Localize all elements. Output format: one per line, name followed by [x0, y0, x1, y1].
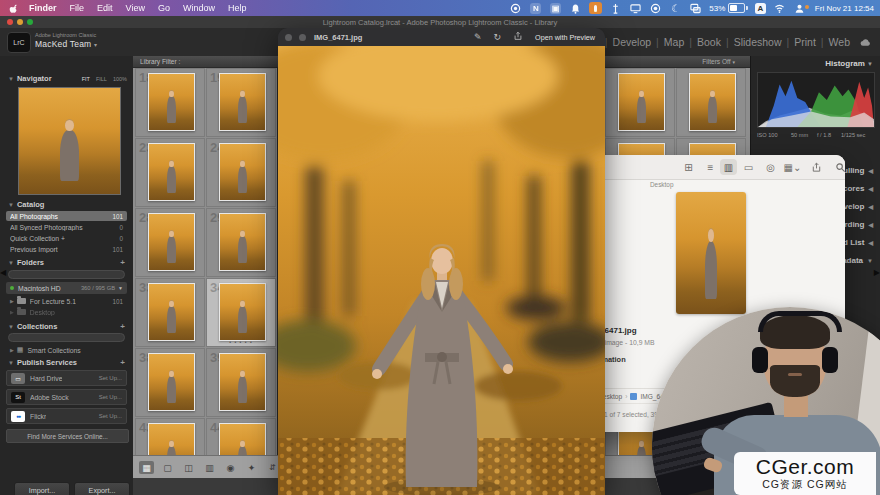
- notes-app-icon[interactable]: N: [529, 2, 542, 14]
- grid-cell[interactable]: 38: [135, 348, 205, 417]
- expand-icon[interactable]: ▶: [10, 298, 14, 304]
- view-grid-icon[interactable]: ⊞: [680, 159, 697, 175]
- add-collection-icon[interactable]: +: [120, 322, 125, 331]
- module-book[interactable]: Book: [697, 36, 721, 48]
- zoom-fit[interactable]: FIT: [82, 76, 90, 82]
- photo-thumbnail[interactable]: [148, 73, 195, 131]
- publish-service-2[interactable]: ●●FlickrSet Up...: [6, 408, 127, 424]
- photo-thumbnail[interactable]: [219, 213, 266, 271]
- filters-off-menu[interactable]: Filters Off ▾: [702, 58, 735, 65]
- module-develop[interactable]: Develop: [613, 36, 652, 48]
- collapse-right-panel-icon[interactable]: ▶: [874, 268, 880, 277]
- navigator-zoom-options[interactable]: FITFILL100%: [82, 76, 127, 82]
- histogram-header[interactable]: Histogram ▼: [825, 59, 873, 68]
- collections-header[interactable]: ▼Collections+: [0, 322, 133, 333]
- photo-thumbnail[interactable]: [219, 73, 266, 131]
- open-with-preview-button[interactable]: Open with Preview: [535, 33, 595, 42]
- camera-dot-icon[interactable]: [509, 2, 522, 14]
- menu-view[interactable]: View: [126, 3, 145, 13]
- do-not-disturb-icon[interactable]: ☾: [669, 2, 682, 14]
- grid-cell[interactable]: 43: [135, 418, 205, 455]
- photo-thumbnail[interactable]: [689, 73, 736, 131]
- zoom-fill[interactable]: FILL: [96, 76, 107, 82]
- wifi-icon[interactable]: [773, 2, 786, 14]
- grid-cell[interactable]: 23: [135, 138, 205, 207]
- zoom-100%[interactable]: 100%: [113, 76, 127, 82]
- share-icon[interactable]: [808, 159, 825, 175]
- menu-edit[interactable]: Edit: [97, 3, 113, 13]
- photo-thumbnail[interactable]: [219, 353, 266, 411]
- view-gallery-icon[interactable]: ▭: [740, 159, 757, 175]
- export-button[interactable]: Export...: [74, 482, 130, 495]
- navigator-preview[interactable]: [18, 87, 121, 195]
- survey-view-icon[interactable]: ▥: [202, 461, 217, 474]
- publish-service-1[interactable]: StAdobe StockSet Up...: [6, 389, 127, 405]
- module-slideshow[interactable]: Slideshow: [734, 36, 782, 48]
- module-web[interactable]: Web: [829, 36, 850, 48]
- compare-view-icon[interactable]: ◫: [181, 461, 196, 474]
- photo-thumbnail[interactable]: [148, 213, 195, 271]
- photo-thumbnail[interactable]: [219, 423, 266, 455]
- rotate-icon[interactable]: ↻: [494, 32, 502, 42]
- grid-cell[interactable]: 29: [206, 208, 276, 277]
- stand-icon[interactable]: [609, 2, 622, 14]
- loupe-view-icon[interactable]: ▢: [160, 461, 175, 474]
- share-icon[interactable]: [513, 31, 523, 43]
- collection-item-0[interactable]: ▶▦Smart Collections: [6, 345, 127, 355]
- cloud-sync-icon[interactable]: [859, 36, 872, 48]
- painter-icon[interactable]: ✦: [244, 461, 259, 474]
- finder-preview-thumbnail[interactable]: [676, 192, 746, 314]
- microphone-active-icon[interactable]: [589, 2, 602, 14]
- markup-icon[interactable]: ✎: [474, 32, 482, 42]
- chevron-down-icon[interactable]: ▼: [118, 285, 123, 291]
- catalog-item-2[interactable]: Quick Collection +0: [6, 233, 127, 243]
- grid-cell[interactable]: 44: [206, 418, 276, 455]
- menu-window[interactable]: Window: [183, 3, 215, 13]
- module-print[interactable]: Print: [794, 36, 816, 48]
- find-more-services-button[interactable]: Find More Services Online...: [6, 429, 129, 443]
- catalog-item-0[interactable]: All Photographs101: [6, 211, 127, 221]
- photo-thumbnail[interactable]: [148, 423, 195, 455]
- photo-thumbnail[interactable]: [618, 73, 665, 131]
- import-button[interactable]: Import...: [14, 482, 70, 495]
- screenshot-app-icon[interactable]: ▣: [549, 2, 562, 14]
- photo-thumbnail[interactable]: [148, 353, 195, 411]
- expand-icon[interactable]: ▶: [10, 347, 14, 353]
- folders-header[interactable]: ▼Folders+: [0, 258, 133, 269]
- zoom-window-icon[interactable]: [27, 19, 33, 25]
- menu-finder[interactable]: Finder: [29, 3, 57, 13]
- photo-thumbnail[interactable]: [219, 283, 266, 341]
- menu-help[interactable]: Help: [228, 3, 247, 13]
- photo-thumbnail[interactable]: [148, 143, 195, 201]
- view-columns-icon[interactable]: ▥: [720, 159, 737, 175]
- photo-thumbnail[interactable]: [219, 143, 266, 201]
- close-icon[interactable]: [285, 34, 292, 41]
- photo-thumbnail[interactable]: [148, 283, 195, 341]
- close-icon[interactable]: [7, 19, 13, 25]
- grid-cell[interactable]: 39: [206, 348, 276, 417]
- identity-plate[interactable]: MacKed Team ▾: [35, 39, 97, 49]
- apple-logo-icon[interactable]: [8, 2, 21, 14]
- people-view-icon[interactable]: ◉: [223, 461, 238, 474]
- zoom-window-icon[interactable]: [299, 34, 306, 41]
- folder-item-1[interactable]: ▶Desktop: [6, 307, 127, 317]
- collapse-left-panel-icon[interactable]: ◀: [0, 268, 6, 277]
- grid-cell[interactable]: 28: [135, 208, 205, 277]
- finder-location[interactable]: Desktop: [650, 181, 673, 188]
- publish-service-0[interactable]: ▭Hard DriveSet Up...: [6, 370, 127, 386]
- grid-cell[interactable]: [605, 68, 675, 137]
- module-map[interactable]: Map: [664, 36, 684, 48]
- menu-bar-clock[interactable]: Fri Nov 21 12:54: [815, 4, 874, 13]
- catalog-header[interactable]: ▼Catalog: [0, 200, 133, 211]
- grid-cell[interactable]: 18: [135, 68, 205, 137]
- lightroom-titlebar[interactable]: Lightroom Catalog.lrcat - Adobe Photosho…: [0, 16, 880, 28]
- grid-cell[interactable]: 24: [206, 138, 276, 207]
- grid-cell[interactable]: [676, 68, 746, 137]
- add-folder-icon[interactable]: +: [120, 258, 125, 267]
- expand-icon[interactable]: ▶: [10, 309, 14, 315]
- tags-icon[interactable]: ◎: [762, 159, 779, 175]
- input-source-icon[interactable]: A: [755, 3, 766, 14]
- bell-icon[interactable]: [569, 2, 582, 14]
- grid-cell[interactable]: 34• • • • •: [206, 278, 276, 347]
- menu-go[interactable]: Go: [158, 3, 170, 13]
